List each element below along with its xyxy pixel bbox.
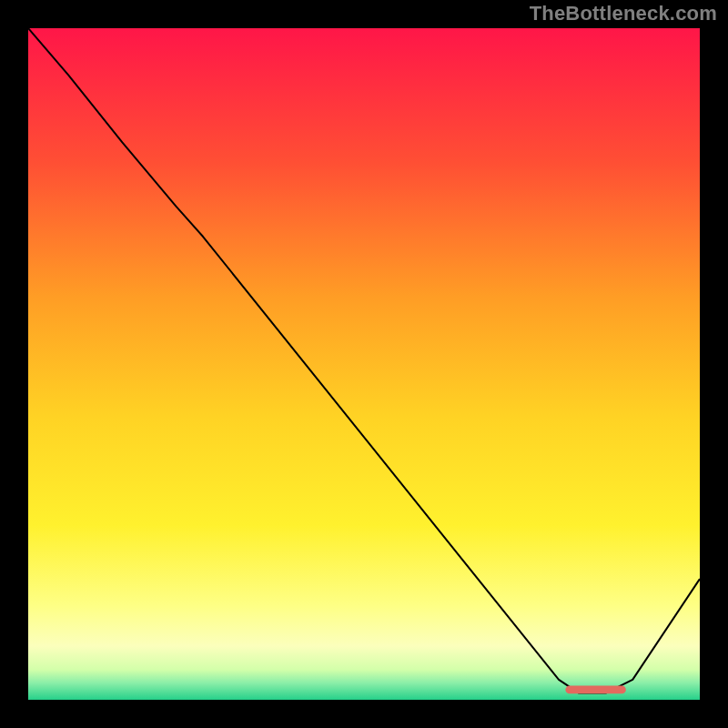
chart-background	[28, 28, 700, 700]
bottleneck-chart	[28, 28, 700, 700]
chart-frame: TheBottleneck.com	[0, 0, 728, 728]
watermark-text: TheBottleneck.com	[530, 2, 717, 25]
chart-svg	[28, 28, 700, 700]
marker-optimal-range	[565, 686, 625, 694]
